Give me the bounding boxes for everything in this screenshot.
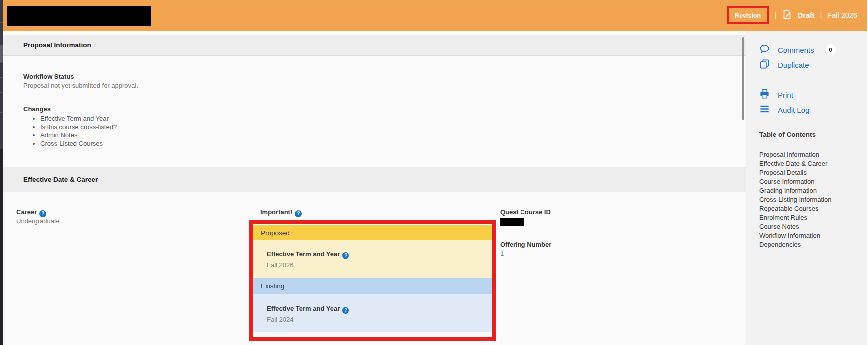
comments-label: Comments [778, 46, 814, 54]
header-separator: | [774, 11, 776, 19]
changes-item: Effective Term and Year [40, 115, 117, 123]
toc-item[interactable]: Workflow Information [759, 231, 832, 240]
career-value: Undergraduate [16, 217, 60, 225]
app-header: Revision | Draft | Fall 2026 [3, 0, 868, 31]
proposed-field-label: Effective Term and Year? [267, 250, 492, 259]
duplicate-label: Duplicate [778, 61, 809, 69]
toc-item[interactable]: Proposal Details [759, 168, 832, 177]
toc-item[interactable]: Proposal Information [759, 150, 832, 159]
changes-item: Admin Notes [40, 131, 117, 140]
proposed-panel-body: Effective Term and Year? Fall 2026 [253, 240, 492, 278]
existing-header-text: Existing [261, 282, 284, 290]
proposal-main: Proposal Information Workflow Status Pro… [3, 31, 746, 345]
quest-course-id-redaction [500, 218, 524, 226]
annotation-box-revision: Revision [727, 6, 769, 24]
toc-item[interactable]: Dependencies [759, 240, 832, 249]
toc-item[interactable]: Grading Information [759, 186, 832, 195]
header-separator: | [820, 11, 822, 19]
page: Revision | Draft | Fall 2026 Proposal In… [0, 0, 868, 345]
toc-item[interactable]: Effective Date & Career [759, 159, 832, 168]
section-header-effective-date-career: Effective Date & Career [3, 167, 746, 192]
comment-bubble-icon [759, 44, 770, 56]
scrollbar-thumb[interactable] [742, 37, 744, 120]
career-label-text: Career [16, 208, 37, 216]
workflow-state-label: Draft [798, 11, 815, 19]
right-sidebar: Comments 0 Duplicate Print [746, 31, 867, 345]
annotation-box-important: Proposed Effective Term and Year? Fall 2… [249, 220, 496, 341]
toc-item[interactable]: Repeatable Courses [759, 204, 832, 213]
changes-item: Is this course cross-listed? [40, 123, 117, 132]
duplicate-icon [759, 59, 770, 71]
section-header-proposal-information: Proposal Information [3, 35, 746, 56]
changes-item: Cross-Listed Courses [40, 140, 117, 148]
existing-panel-header: Existing [253, 278, 492, 294]
workflow-status-label: Workflow Status [23, 73, 74, 80]
proposed-header-text: Proposed [261, 229, 290, 237]
nav-rail-segment[interactable] [0, 112, 3, 134]
help-icon[interactable]: ? [342, 252, 349, 259]
existing-field-label: Effective Term and Year? [267, 305, 492, 314]
nav-rail-segment[interactable] [0, 77, 3, 92]
nav-rail-segment[interactable] [0, 62, 3, 77]
toc-item[interactable]: Course Information [759, 177, 832, 186]
nav-rail-segment[interactable] [0, 134, 3, 149]
proposed-field-value: Fall 2026 [267, 261, 492, 269]
print-button[interactable]: Print [759, 89, 793, 101]
revision-badge: Revision [735, 12, 761, 19]
help-icon[interactable]: ? [342, 307, 349, 314]
changes-list: Effective Term and YearIs this course cr… [32, 115, 117, 148]
sidebar-divider [759, 79, 860, 79]
audit-log-icon [759, 104, 770, 116]
offering-number-value: 1 [500, 250, 504, 257]
existing-field-value: Fall 2024 [267, 316, 492, 323]
toc-list: Proposal InformationEffective Date & Car… [759, 150, 832, 249]
workflow-status-value: Proposal not yet submitted for approval. [23, 82, 138, 89]
quest-course-id-label: Quest Course ID [500, 208, 551, 216]
toc-divider [759, 143, 860, 143]
effective-term-label: Effective Term and Year [267, 250, 340, 258]
help-icon[interactable]: ? [295, 210, 302, 217]
help-icon[interactable]: ? [39, 210, 46, 217]
proposal-title-redaction [7, 6, 151, 26]
toc-item[interactable]: Cross-Listing Information [759, 195, 832, 204]
audit-log-button[interactable]: Audit Log [759, 104, 809, 116]
nav-rail-segment[interactable] [0, 0, 3, 22]
nav-rail-segment-active[interactable] [0, 45, 3, 62]
section-title: Proposal Information [23, 41, 91, 49]
existing-panel-body: Effective Term and Year? Fall 2024 [253, 294, 492, 332]
proposed-panel-header: Proposed [253, 225, 492, 240]
changes-label: Changes [23, 105, 51, 113]
nav-rail-segment[interactable] [0, 92, 3, 112]
comments-button[interactable]: Comments 0 [759, 44, 836, 56]
audit-log-label: Audit Log [778, 106, 809, 114]
toc-title: Table of Contents [759, 131, 816, 138]
header-status-cluster: Revision | Draft | Fall 2026 [727, 0, 857, 31]
print-icon [759, 89, 770, 101]
draft-document-icon [782, 9, 792, 22]
important-label: Important!? [260, 208, 302, 217]
nav-rail-segment[interactable] [0, 22, 3, 45]
collapsed-nav-rail[interactable] [0, 0, 3, 345]
toc-item[interactable]: Enrolment Rules [759, 213, 832, 222]
offering-number-label: Offering Number [500, 241, 551, 248]
effective-term-label: Effective Term and Year [267, 305, 340, 312]
important-label-text: Important! [260, 208, 292, 216]
toc-item[interactable]: Course Notes [759, 222, 832, 231]
term-label: Fall 2026 [827, 11, 857, 19]
comments-count-badge: 0 [825, 44, 836, 55]
career-label: Career? [16, 208, 46, 217]
print-label: Print [778, 91, 793, 99]
section-title: Effective Date & Career [23, 176, 98, 183]
duplicate-button[interactable]: Duplicate [759, 59, 809, 71]
